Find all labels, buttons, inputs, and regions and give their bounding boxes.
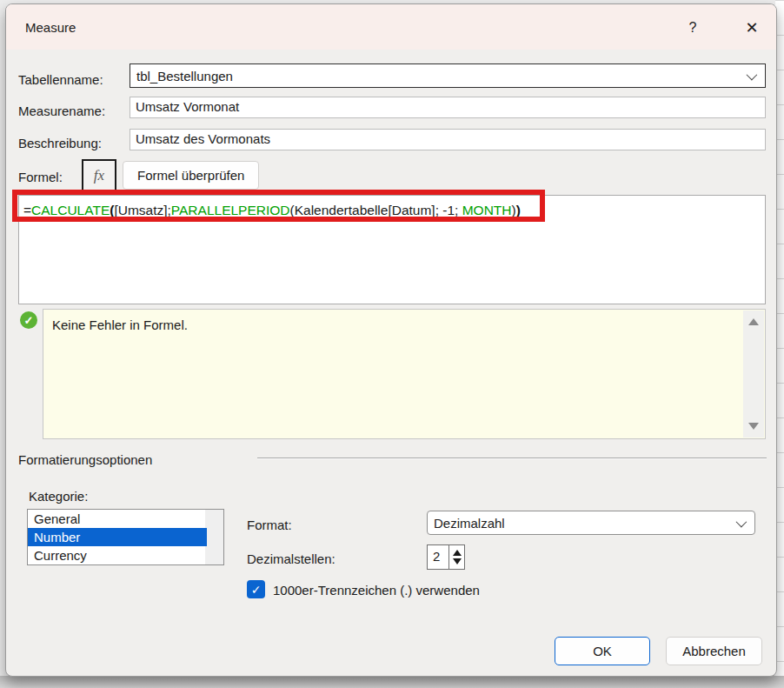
- description-label: Beschreibung:: [18, 136, 102, 150]
- scroll-up-icon[interactable]: [743, 312, 764, 331]
- formula-editor[interactable]: =CALCULATE([Umsatz];PARALLELPERIOD(Kalen…: [18, 195, 766, 304]
- format-label: Format:: [247, 518, 292, 532]
- measure-name-input[interactable]: Umsatz Vormonat: [130, 97, 766, 118]
- section-divider: [257, 458, 767, 459]
- cancel-button[interactable]: Abbrechen: [666, 637, 762, 665]
- measure-dialog: Measure ? ✕ Tabellenname: tbl_Bestellung…: [5, 3, 777, 677]
- decimals-value: 2: [428, 545, 448, 569]
- dialog-shadow: [0, 676, 784, 688]
- ok-button[interactable]: OK: [555, 637, 650, 665]
- category-list-gutter: [205, 510, 223, 564]
- format-value: Dezimalzahl: [428, 516, 736, 531]
- decimals-label: Dezimalstellen:: [247, 551, 336, 566]
- formula-status-box: Keine Fehler in Formel.: [43, 309, 766, 439]
- table-name-value: tbl_Bestellungen: [130, 69, 747, 83]
- dialog-title: Measure: [6, 20, 76, 35]
- formula-status-message: Keine Fehler in Formel.: [52, 317, 188, 332]
- measure-name-label: Measurename:: [18, 104, 105, 118]
- help-icon[interactable]: ?: [681, 17, 705, 39]
- status-scrollbar[interactable]: [743, 311, 764, 438]
- table-name-combobox[interactable]: tbl_Bestellungen: [130, 63, 766, 88]
- chevron-down-icon: [747, 69, 758, 80]
- category-label: Kategorie:: [29, 489, 88, 504]
- description-input[interactable]: Umsatz des Vormonats: [130, 129, 766, 150]
- category-listbox[interactable]: GeneralNumberCurrency: [27, 509, 224, 565]
- chevron-down-icon: [736, 516, 747, 527]
- table-name-label: Tabellenname:: [18, 72, 103, 87]
- formatting-section-label: Formatierungsoptionen: [18, 452, 152, 467]
- success-check-icon: ✓: [20, 311, 37, 329]
- format-combobox[interactable]: Dezimalzahl: [427, 511, 755, 535]
- fx-function-button[interactable]: fx: [82, 159, 116, 192]
- thousands-separator-label: 1000er-Trennzeichen (.) verwenden: [273, 583, 480, 598]
- scroll-down-icon[interactable]: [743, 417, 764, 436]
- thousands-separator-checkbox[interactable]: ✓: [247, 580, 265, 598]
- spin-down-icon[interactable]: [453, 558, 462, 564]
- check-formula-button[interactable]: Formel überprüfen: [123, 161, 259, 190]
- decimals-stepper[interactable]: 2: [427, 544, 465, 570]
- category-item-currency[interactable]: Currency: [28, 546, 207, 564]
- spin-up-icon[interactable]: [453, 550, 462, 556]
- titlebar[interactable]: Measure ? ✕: [6, 4, 776, 50]
- close-icon[interactable]: ✕: [740, 17, 764, 39]
- formula-label: Formel:: [18, 170, 63, 184]
- category-item-general[interactable]: General: [28, 510, 207, 528]
- stepper-arrows[interactable]: [448, 545, 464, 569]
- formula-text: =CALCULATE([Umsatz];PARALLELPERIOD(Kalen…: [23, 203, 521, 217]
- category-item-number[interactable]: Number: [28, 528, 207, 546]
